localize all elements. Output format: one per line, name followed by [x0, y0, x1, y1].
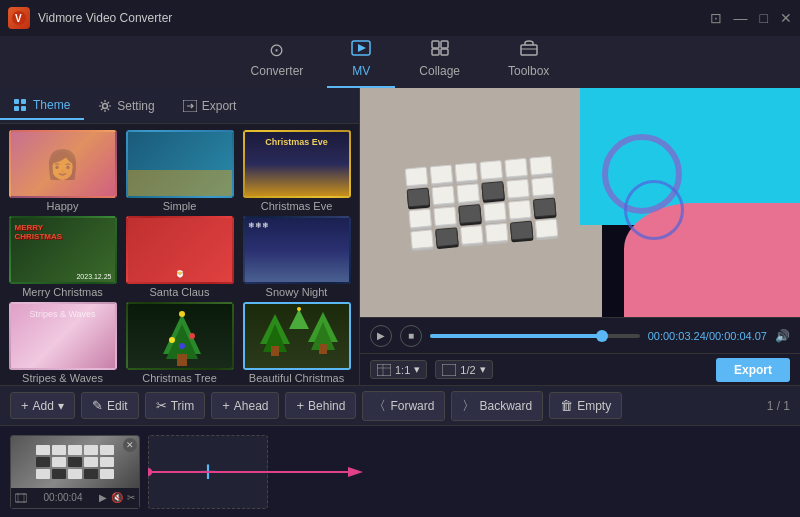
panel-tab-export[interactable]: Export	[169, 93, 251, 119]
panel-tab-export-label: Export	[202, 99, 237, 113]
theme-item-happy[interactable]: 👩 Happy	[6, 130, 119, 212]
zoom2-label: 1/2	[460, 364, 475, 376]
trim-button[interactable]: ✂ Trim	[145, 392, 206, 419]
svg-rect-11	[21, 99, 26, 104]
theme-label-merry-christmas: Merry Christmas	[22, 286, 103, 298]
svg-point-40	[148, 468, 152, 476]
message-icon[interactable]: ⊡	[710, 10, 722, 26]
tab-mv[interactable]: MV	[327, 34, 395, 88]
backward-button[interactable]: 〉 Backward	[451, 391, 543, 421]
export-button[interactable]: Export	[716, 358, 790, 382]
theme-thumb-stripes-waves[interactable]: Stripes & Waves	[9, 302, 117, 370]
edit-label: Edit	[107, 399, 128, 413]
title-bar-controls[interactable]: ⊡ — □ ✕	[710, 10, 792, 26]
behind-button[interactable]: + Behind	[285, 392, 356, 419]
panel-tab-setting-label: Setting	[117, 99, 154, 113]
clip-mute-icon[interactable]: 🔇	[111, 492, 123, 503]
app-title: Vidmore Video Converter	[38, 11, 172, 25]
time-total: 00:00:04.07	[709, 330, 767, 342]
svg-rect-6	[432, 49, 439, 55]
theme-label-christmas-eve: Christmas Eve	[261, 200, 333, 212]
empty-button[interactable]: 🗑 Empty	[549, 392, 622, 419]
panel-tab-setting[interactable]: Setting	[84, 93, 168, 119]
zoom-select-2[interactable]: 1/2 ▾	[435, 360, 492, 379]
clip-thumbnail	[11, 436, 139, 488]
svg-rect-13	[21, 106, 26, 111]
collage-icon	[431, 40, 449, 61]
ahead-button[interactable]: + Ahead	[211, 392, 279, 419]
converter-icon: ⊙	[269, 39, 284, 61]
zoom1-icon	[377, 364, 391, 376]
main-content: Theme Setting Export 👩 Happy	[0, 88, 800, 385]
theme-item-christmas-tree[interactable]: Christmas Tree	[123, 302, 236, 384]
clip-time: 00:00:04	[44, 492, 83, 503]
ahead-label: Ahead	[234, 399, 269, 413]
clip-controls[interactable]: ▶ 🔇 ✂	[99, 492, 135, 503]
left-panel: Theme Setting Export 👩 Happy	[0, 88, 360, 385]
tab-converter[interactable]: ⊙ Converter	[227, 33, 328, 88]
empty-label: Empty	[577, 399, 611, 413]
clip-play-icon[interactable]: ▶	[99, 492, 107, 503]
title-bar: V Vidmore Video Converter ⊡ — □ ✕	[0, 0, 800, 36]
svg-rect-31	[377, 364, 391, 376]
timeline-clip: ✕ 00:00:04 ▶ 🔇 ✂	[10, 435, 140, 509]
theme-item-merry-christmas[interactable]: MERRYCHRISTMAS 2023.12.25 Merry Christma…	[6, 216, 119, 298]
theme-item-santa-claus[interactable]: 🎅 Santa Claus	[123, 216, 236, 298]
maximize-button[interactable]: □	[760, 10, 768, 26]
add-button[interactable]: + Add ▾	[10, 392, 75, 419]
behind-label: Behind	[308, 399, 345, 413]
svg-point-19	[169, 337, 175, 343]
svg-point-30	[297, 307, 301, 311]
theme-grid: 👩 Happy Simple Christmas Eve	[0, 124, 359, 385]
theme-label-snowy-night: Snowy Night	[266, 286, 328, 298]
close-button[interactable]: ✕	[780, 10, 792, 26]
app-logo: V	[8, 7, 30, 29]
panel-toolbar: Theme Setting Export	[0, 88, 359, 124]
trim-label: Trim	[171, 399, 195, 413]
theme-thumb-merry-christmas[interactable]: MERRYCHRISTMAS 2023.12.25	[9, 216, 117, 284]
mv-icon	[351, 40, 371, 61]
theme-thumb-happy[interactable]: 👩	[9, 130, 117, 198]
panel-tab-theme[interactable]: Theme	[0, 92, 84, 120]
theme-thumb-santa-claus[interactable]: 🎅	[126, 216, 234, 284]
tab-collage[interactable]: Collage	[395, 34, 484, 88]
clip-close-button[interactable]: ✕	[123, 438, 137, 452]
pink-arrow	[148, 462, 368, 482]
keyboard-overlay	[360, 88, 602, 317]
theme-label-beautiful-christmas: Beautiful Christmas	[249, 372, 344, 384]
volume-icon[interactable]: 🔊	[775, 329, 790, 343]
add-dropdown-arrow[interactable]: ▾	[58, 399, 64, 413]
ahead-icon: +	[222, 398, 230, 413]
progress-bar[interactable]	[430, 334, 640, 338]
theme-thumb-beautiful-christmas[interactable]	[243, 302, 351, 370]
forward-label: Forward	[390, 399, 434, 413]
minimize-button[interactable]: —	[734, 10, 748, 26]
tab-mv-label: MV	[352, 64, 370, 78]
theme-item-snowy-night[interactable]: ❄❄❄ Snowy Night	[240, 216, 353, 298]
backward-icon: 〉	[462, 397, 475, 415]
theme-item-stripes-waves[interactable]: Stripes & Waves Stripes & Waves	[6, 302, 119, 384]
theme-thumb-snowy-night[interactable]: ❄❄❄	[243, 216, 351, 284]
stop-button[interactable]: ■	[400, 325, 422, 347]
theme-item-simple[interactable]: Simple	[123, 130, 236, 212]
clip-film-icon	[15, 493, 27, 503]
svg-rect-18	[177, 354, 187, 366]
theme-thumb-simple[interactable]	[126, 130, 234, 198]
svg-rect-25	[271, 346, 279, 356]
theme-item-beautiful-christmas[interactable]: Beautiful Christmas	[240, 302, 353, 384]
add-icon: +	[21, 398, 29, 413]
svg-rect-34	[442, 364, 456, 376]
tab-toolbox-label: Toolbox	[508, 64, 549, 78]
theme-thumb-christmas-eve[interactable]: Christmas Eve	[243, 130, 351, 198]
tab-toolbox[interactable]: Toolbox	[484, 34, 573, 88]
clip-scissors-icon[interactable]: ✂	[127, 492, 135, 503]
theme-item-christmas-eve[interactable]: Christmas Eve Christmas Eve	[240, 130, 353, 212]
zoom-select-1[interactable]: 1:1 ▾	[370, 360, 427, 379]
svg-rect-8	[521, 45, 537, 55]
play-button[interactable]: ▶	[370, 325, 392, 347]
svg-point-14	[103, 103, 108, 108]
edit-button[interactable]: ✎ Edit	[81, 392, 139, 419]
theme-thumb-christmas-tree[interactable]	[126, 302, 234, 370]
svg-point-20	[189, 333, 195, 339]
forward-button[interactable]: 〈 Forward	[362, 391, 445, 421]
